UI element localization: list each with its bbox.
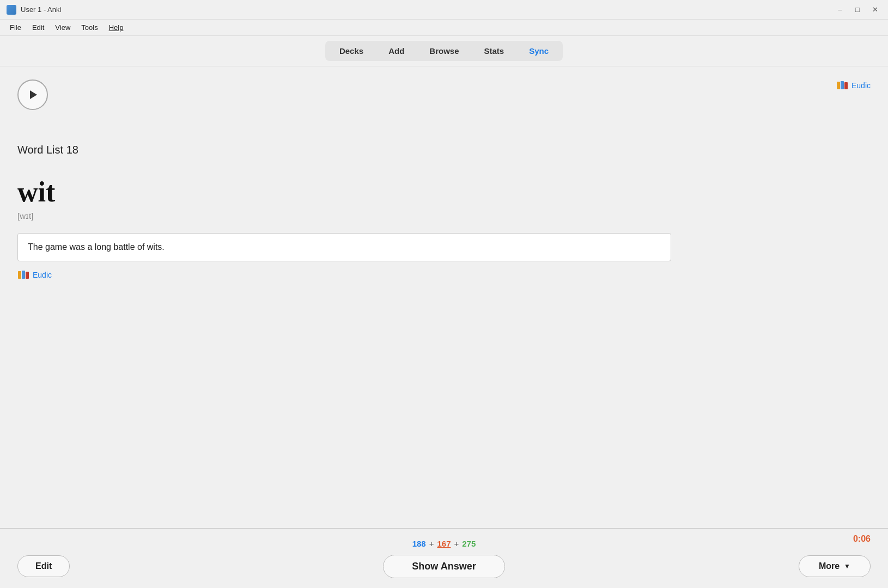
tab-browse[interactable]: Browse [417,43,471,59]
close-button[interactable]: ✕ [868,3,881,16]
audio-play-button[interactable] [17,79,48,110]
eudic-top-right-label: Eudic [851,81,871,90]
svg-rect-0 [837,82,840,89]
deck-name: Word List 18 [17,144,78,156]
stat-green: 275 [462,539,476,548]
show-answer-button[interactable]: Show Answer [383,555,504,578]
menu-bar: File Edit View Tools Help [0,20,888,36]
app-icon [7,5,16,15]
tab-stats[interactable]: Stats [472,43,516,59]
word-section: wit [wɪt] [17,176,871,221]
svg-rect-6 [26,272,29,279]
word-phonetic: [wɪt] [17,211,871,221]
menu-tools[interactable]: Tools [76,21,103,34]
window-controls: – □ ✕ [834,3,881,16]
maximize-button[interactable]: □ [851,3,864,16]
sentence-box: The game was a long battle of wits. [17,233,671,261]
tab-add[interactable]: Add [376,43,416,59]
eudic-top-right-icon [836,79,848,91]
tab-decks[interactable]: Decks [327,43,375,59]
timer-display: 0:06 [853,534,871,544]
word-display: wit [17,176,871,208]
edit-button[interactable]: Edit [17,555,70,577]
window-title: User 1 - Anki [21,5,834,14]
title-bar: User 1 - Anki – □ ✕ [0,0,888,20]
bottom-buttons: Edit Show Answer More ▼ [17,555,871,578]
svg-rect-5 [22,271,25,279]
menu-file[interactable]: File [4,21,27,34]
eudic-top-right-link[interactable]: Eudic [836,79,871,91]
more-button-label: More [819,561,840,571]
svg-rect-2 [844,82,848,89]
main-content: Eudic Word List 18 wit [wɪt] The game wa… [0,66,888,528]
stat-sep-1: + [429,539,434,548]
svg-rect-4 [18,271,21,279]
eudic-bottom-link[interactable]: Eudic [17,269,871,281]
stat-red: 167 [437,539,451,548]
sentence-text: The game was a long battle of wits. [28,242,165,252]
more-button[interactable]: More ▼ [799,555,871,577]
stat-sep-2: + [454,539,459,548]
minimize-button[interactable]: – [834,3,847,16]
eudic-bottom-label: Eudic [33,271,52,279]
play-icon [26,88,39,101]
nav-tabs-container: Decks Add Browse Stats Sync [325,41,563,61]
nav-bar: Decks Add Browse Stats Sync [0,36,888,66]
eudic-bottom-icon [17,269,29,281]
bottom-bar: 0:06 188 + 167 + 275 Edit Show Answer Mo… [0,528,888,588]
deck-header: Word List 18 [17,79,871,156]
stat-blue: 188 [412,539,426,548]
menu-view[interactable]: View [50,21,76,34]
svg-marker-3 [30,90,37,99]
menu-help[interactable]: Help [104,21,129,34]
stats-row: 188 + 167 + 275 [412,539,476,548]
svg-rect-1 [841,81,844,89]
tab-sync[interactable]: Sync [517,43,561,59]
more-chevron-icon: ▼ [844,562,850,570]
menu-edit[interactable]: Edit [27,21,50,34]
